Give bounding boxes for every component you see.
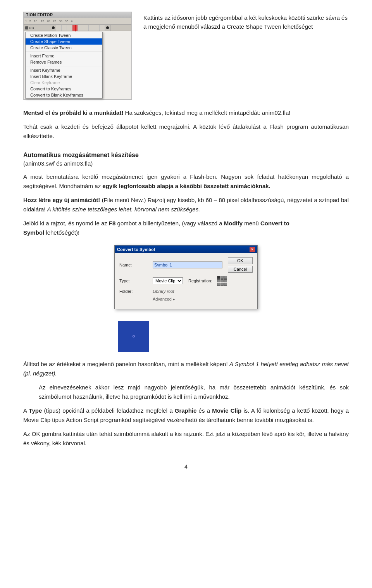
dialog-folder-row: Folder: Library root: [119, 289, 253, 294]
para-6-bold2: Modify: [224, 220, 243, 227]
dialog-registration-label: Registration:: [188, 278, 212, 283]
section-heading: Automatikus mozgásátmenet készítése: [23, 152, 349, 159]
paragraph-1: Mentsd el és próbáld ki a munkádat! Ha s…: [23, 108, 349, 118]
reg-dot-bl: [217, 283, 220, 286]
flash-timeline-header: 1 5 10 15 20 25 30 35 4: [24, 18, 131, 25]
frame-cell-2: [62, 25, 67, 31]
menu-separator-2: [26, 66, 102, 66]
dialog-ok-cancel-buttons: OK Cancel: [228, 257, 253, 273]
frame-cell-8: [94, 25, 100, 31]
dialog-title-bar: Convert to Symbol ✕: [115, 246, 257, 253]
section-subheading: (anim03.swf és anim03.fla): [23, 160, 349, 167]
paragraph-10: Az OK gombra kattintás után tehát szimbó…: [23, 429, 349, 448]
side-text: Kattints az idősoron jobb egérgombbal a …: [143, 12, 349, 31]
frame-cell-red: [72, 25, 78, 31]
flash-title-text: TION EDITOR: [26, 13, 53, 17]
frame-cell-1: [56, 25, 62, 31]
dialog-advanced-label[interactable]: Advanced ▸: [153, 297, 175, 302]
menu-item-insert-frame[interactable]: Insert Frame: [26, 53, 102, 59]
keyframe-start: [51, 25, 56, 31]
side-text-content: Kattints az idősoron jobb egérgombbal a …: [143, 14, 348, 30]
para-9-bold2: Graphic: [175, 407, 197, 414]
dialog-title: Convert to Symbol: [117, 247, 155, 252]
menu-item-motion-tween[interactable]: Create Motion Tween: [26, 32, 102, 38]
menu-item-remove-frames[interactable]: Remove Frames: [26, 59, 102, 65]
dialog-cancel-button[interactable]: Cancel: [228, 266, 253, 273]
para-3-bold: egyik legfontosabb alapja a későbbi össz…: [102, 183, 270, 189]
dialog-outer: Convert to Symbol ✕ Name: OK Cancel: [114, 245, 258, 352]
timeline-numbers: 1 5 10 15 20 25 30 35 4: [25, 19, 72, 23]
page-content: TION EDITOR 1 5 10 15 20 25 30 35 4 ●: [23, 12, 349, 470]
dialog-name-label: Name:: [119, 263, 150, 267]
reg-dot-tr: [224, 276, 227, 279]
flash-screenshot: TION EDITOR 1 5 10 15 20 25 30 35 4 ●: [23, 12, 132, 100]
dialog-folder-label: Folder:: [119, 289, 150, 294]
paragraph-6: Jelöld ki a rajzot, és nyomd le az F8 go…: [23, 219, 349, 237]
dialog-name-row: Name: OK Cancel: [119, 257, 253, 273]
dialog-ok-button[interactable]: OK: [228, 257, 253, 264]
flash-title-bar: TION EDITOR: [24, 12, 131, 18]
keyframe-end: [105, 25, 110, 31]
frame-cell-3: [67, 25, 72, 31]
flash-screenshot-box: TION EDITOR 1 5 10 15 20 25 30 35 4 ●: [23, 12, 132, 100]
para-8-text: Az elnevezéseknek akkor lesz majd nagyob…: [39, 384, 349, 400]
flash-timeline-row: ●: [24, 25, 131, 31]
frame-cell-6: [83, 25, 89, 31]
para-6-bold1: F8: [109, 220, 116, 227]
menu-item-insert-blank-keyframe[interactable]: Insert Blank Keyframe: [26, 73, 102, 80]
para-4-bold: Hozz létre egy új animációt!: [23, 197, 100, 203]
frame-cell-7: [89, 25, 94, 31]
para-9-bold3: Movie Clip: [212, 407, 241, 414]
dialog-body: Name: OK Cancel Type: Movie Clip: [115, 253, 257, 309]
menu-item-shape-tween[interactable]: Create Shape Tween: [26, 38, 102, 45]
dialog-type-row: Type: Movie Clip Graphic Button Registra…: [119, 276, 253, 286]
dialog-and-square: Convert to Symbol ✕ Name: OK Cancel: [114, 245, 258, 352]
paragraph-8: Az elnevezéseknek akkor lesz majd nagyob…: [23, 383, 349, 401]
paragraph-4: Hozz létre egy új animációt! (File menü …: [23, 195, 349, 214]
reg-dot-bm: [220, 283, 224, 286]
reg-dot-ml: [217, 279, 220, 282]
reg-dot-mm: [220, 279, 224, 282]
dialog-name-input[interactable]: [153, 261, 222, 268]
page-number: 4: [23, 463, 349, 470]
paragraph-3: A most bemutatásra kerülő mozgásátmenet …: [23, 172, 349, 191]
convert-to-symbol-dialog: Convert to Symbol ✕ Name: OK Cancel: [114, 245, 258, 309]
timeline-layer-label: ●: [24, 26, 51, 30]
paragraph-2: Tehát csak a kezdeti és befejező állapot…: [23, 122, 349, 141]
menu-item-clear-keyframe[interactable]: Clear Keyframe: [26, 80, 102, 86]
reg-dot-mr: [224, 279, 227, 282]
para-9-mid1: (típus) opciónál a példabeli feladathoz …: [42, 407, 174, 414]
context-menu: Create Motion Tween Create Shape Tween C…: [25, 32, 103, 99]
reg-dot-tm: [220, 276, 224, 279]
para-10-text: Az OK gombra kattintás után tehát szimbó…: [23, 431, 349, 446]
menu-item-insert-keyframe[interactable]: Insert Keyframe: [26, 67, 102, 73]
frame-cell-5: [78, 25, 83, 31]
dialog-type-label: Type:: [119, 278, 150, 283]
para-9-mid2: és a: [196, 407, 212, 414]
frame-cell-9: [100, 25, 105, 31]
para-4-italic: A kitöltés színe tetszőleges lehet, körv…: [47, 206, 200, 213]
dialog-container: Convert to Symbol ✕ Name: OK Cancel: [23, 245, 349, 352]
blue-square-symbol: [118, 321, 149, 352]
dialog-folder-value: Library root: [153, 289, 174, 294]
menu-separator-1: [26, 52, 102, 52]
dialog-registration-grid: [217, 276, 227, 286]
reg-dot-tl: [217, 276, 220, 279]
menu-item-convert-blank-keyframes[interactable]: Convert to Blank Keyframes: [26, 92, 102, 98]
para-9-pre: A: [23, 407, 29, 414]
dialog-type-select[interactable]: Movie Clip Graphic Button: [153, 277, 183, 284]
paragraph-7: Állítsd be az értékeket a megjelenő pane…: [23, 360, 349, 378]
timeline-cells: [51, 25, 131, 31]
menu-item-classic-tween[interactable]: Create Classic Tween: [26, 45, 102, 51]
paragraph-1-bold: Mentsd el és próbáld ki a munkádat!: [23, 109, 123, 116]
dialog-close-button[interactable]: ✕: [250, 247, 255, 252]
menu-item-convert-keyframes[interactable]: Convert to Keyframes: [26, 86, 102, 92]
para-7-pre: Állítsd be az értékeket a megjelenő pane…: [23, 361, 229, 367]
paragraph-9: A Type (típus) opciónál a példabeli fela…: [23, 406, 349, 425]
dialog-advanced-row: Advanced ▸: [119, 297, 253, 302]
top-section: TION EDITOR 1 5 10 15 20 25 30 35 4 ●: [23, 12, 349, 100]
page-number-value: 4: [184, 463, 188, 470]
para-9-bold1: Type: [29, 407, 42, 414]
reg-dot-br: [224, 283, 227, 286]
